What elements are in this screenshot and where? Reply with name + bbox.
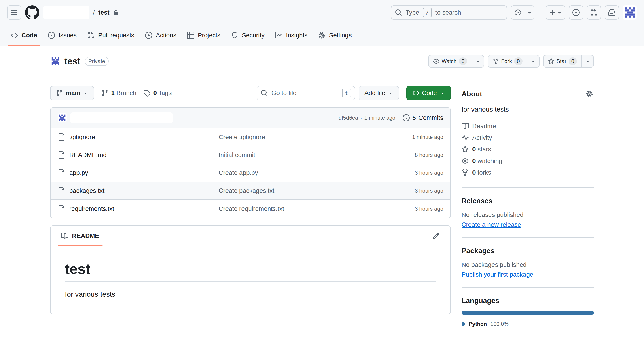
book-icon — [462, 122, 469, 130]
tab-actions[interactable]: Actions — [140, 25, 182, 46]
file-link[interactable]: README.md — [58, 152, 219, 158]
table-row: .gitignore Create .gitignore 1 minute ag… — [50, 128, 450, 146]
sidebar-item-watching[interactable]: 0watching — [462, 155, 594, 167]
visibility-badge: Private — [85, 57, 109, 66]
watch-dropdown-caret[interactable] — [472, 56, 484, 67]
repo-header: test Private Watch 0 Fork 0 — [50, 46, 594, 68]
branches-link[interactable]: 1 Branch — [101, 90, 136, 96]
sidebar-item-stars[interactable]: 0stars — [462, 144, 594, 155]
commit-age-link[interactable]: 3 hours ago — [367, 206, 443, 212]
commit-age-link[interactable]: 3 hours ago — [367, 170, 443, 176]
watch-button[interactable]: Watch 0 — [429, 56, 472, 67]
copilot-dropdown-caret[interactable] — [524, 6, 534, 19]
add-file-button[interactable]: Add file — [359, 86, 399, 100]
commit-time-link[interactable]: 1 minute ago — [364, 115, 395, 121]
tab-pull-requests[interactable]: Pull requests — [82, 25, 140, 46]
sidebar-item-forks[interactable]: 0forks — [462, 167, 594, 178]
issues-header-button[interactable] — [569, 5, 583, 20]
breadcrumb-repo-link[interactable]: test — [98, 9, 110, 16]
about-heading: About — [462, 90, 482, 98]
copilot-button[interactable] — [511, 5, 534, 20]
chevron-down-icon — [557, 10, 562, 15]
global-search-input[interactable]: Type / to search — [391, 5, 507, 20]
pull-requests-header-button[interactable] — [587, 5, 601, 20]
releases-empty-text: No releases published — [462, 211, 594, 218]
star-label: Star — [556, 58, 566, 64]
commit-sha-link[interactable]: df5d6ea — [338, 115, 358, 121]
tab-label: Projects — [198, 32, 220, 39]
tab-settings[interactable]: Settings — [313, 25, 357, 46]
commit-age-link[interactable]: 1 minute ago — [367, 134, 443, 140]
file-link[interactable]: packages.txt — [58, 187, 219, 194]
tab-issues[interactable]: Issues — [42, 25, 82, 46]
tab-code[interactable]: Code — [5, 25, 42, 46]
go-to-file-input[interactable]: Go to file t — [257, 86, 355, 100]
fork-button[interactable]: Fork 0 — [488, 56, 527, 67]
notifications-inbox-button[interactable] — [605, 5, 619, 20]
edit-readme-button[interactable] — [429, 229, 443, 243]
releases-heading: Releases — [462, 197, 594, 205]
branch-selector-button[interactable]: main — [50, 86, 94, 100]
tab-label: Settings — [329, 32, 352, 39]
hamburger-menu-button[interactable] — [7, 5, 22, 20]
watch-count: 0 — [459, 58, 467, 65]
create-release-link[interactable]: Create a new release — [462, 221, 521, 228]
commit-age-link[interactable]: 3 hours ago — [367, 188, 443, 194]
tags-link[interactable]: 0 Tags — [143, 90, 172, 96]
git-branch-icon — [56, 90, 63, 96]
tab-projects[interactable]: Projects — [182, 25, 226, 46]
tag-icon — [143, 90, 150, 96]
commit-message-link[interactable]: Create packages.txt — [219, 187, 367, 194]
file-link[interactable]: requirements.txt — [58, 205, 219, 212]
commit-message-link[interactable]: Create requirements.txt — [219, 205, 367, 212]
tab-insights[interactable]: Insights — [270, 25, 313, 46]
fork-dropdown-caret[interactable] — [527, 56, 539, 67]
commit-author-avatar[interactable] — [58, 113, 67, 122]
star-dropdown-caret[interactable] — [582, 56, 594, 67]
language-item[interactable]: Python 100.0% — [462, 321, 594, 327]
readme-panel: README test for various tests — [50, 226, 451, 314]
issue-opened-icon — [48, 32, 55, 39]
issue-opened-icon — [572, 9, 580, 16]
search-icon — [261, 90, 268, 96]
lock-icon — [113, 10, 118, 15]
about-settings-button[interactable] — [585, 90, 594, 98]
chevron-down-icon — [388, 90, 393, 96]
create-new-button[interactable] — [546, 5, 565, 20]
readme-content: test for various tests — [50, 246, 450, 314]
project-table-icon — [187, 32, 194, 39]
commit-history-link[interactable]: 5 Commits — [402, 114, 443, 122]
readme-tab[interactable]: README — [54, 226, 106, 246]
tab-security[interactable]: Security — [226, 25, 270, 46]
commit-message-link[interactable]: Create .gitignore — [219, 134, 367, 141]
star-button[interactable]: Star 0 — [544, 56, 582, 67]
about-section: About for various tests Readme Activity … — [462, 90, 594, 188]
latest-commit-bar: df5d6ea · 1 minute ago 5 Commits — [50, 108, 450, 128]
identicon-avatar-icon — [50, 56, 61, 67]
file-link[interactable]: app.py — [58, 169, 219, 176]
repo-title[interactable]: test — [64, 56, 80, 66]
sidebar-item-activity[interactable]: Activity — [462, 132, 594, 144]
file-icon — [58, 134, 65, 141]
file-link[interactable]: .gitignore — [58, 134, 219, 141]
identicon-avatar-icon — [622, 5, 637, 20]
repo-owner-redacted[interactable] — [43, 6, 90, 19]
commit-message-link[interactable]: Create app.py — [219, 169, 367, 176]
user-avatar[interactable] — [622, 5, 637, 20]
commit-message-link[interactable]: Initial commit — [219, 152, 367, 158]
repo-owner-avatar[interactable] — [50, 56, 61, 67]
chevron-down-icon — [83, 90, 88, 96]
slash-key-hint: / — [423, 8, 432, 17]
pull-request-icon — [88, 32, 94, 39]
github-logo[interactable] — [25, 5, 39, 20]
sidebar-item-readme[interactable]: Readme — [462, 120, 594, 132]
code-dropdown-button[interactable]: Code — [406, 86, 451, 100]
main-column: main 1 Branch 0 Tags Go — [50, 75, 451, 336]
search-placeholder-suffix: to search — [435, 9, 461, 16]
commit-author-redacted[interactable] — [70, 112, 173, 123]
history-icon — [402, 114, 410, 122]
plus-icon — [549, 9, 556, 16]
commit-age-link[interactable]: 8 hours ago — [367, 152, 443, 158]
language-bar[interactable] — [462, 311, 594, 314]
publish-package-link[interactable]: Publish your first package — [462, 271, 533, 278]
